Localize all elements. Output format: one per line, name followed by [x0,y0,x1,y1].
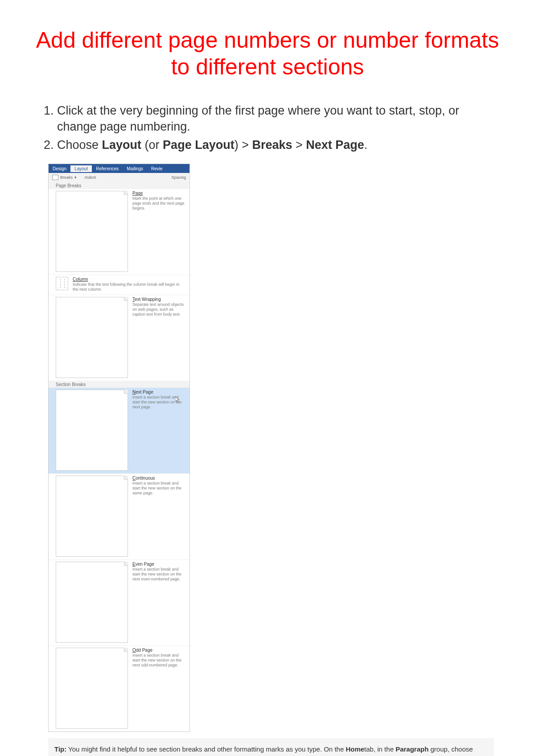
tab-references[interactable]: References [92,165,123,172]
text-wrapping-icon [56,297,128,378]
cursor-icon [175,397,180,403]
column-break-icon [56,277,68,290]
tip-box: Tip: You might find it helpful to see se… [48,738,494,756]
menu-item-column[interactable]: ColumnIndicate that the text following t… [49,275,189,295]
step-2-layout: Layout [102,138,142,152]
tab-design[interactable]: Design [49,165,70,172]
indent-label: Indent [85,175,96,180]
step-2: Choose Layout (or Page Layout) > Breaks … [57,137,499,153]
menu-item-odd-page[interactable]: Odd PageInsert a section break and start… [49,645,189,731]
step-2-pagelayout: Page Layout [163,138,235,152]
breaks-button[interactable]: Breaks ▾ [52,175,77,180]
tab-mailings[interactable]: Mailings [123,165,147,172]
menu-item-continuous[interactable]: ContinuousInsert a section break and sta… [49,473,189,559]
spacing-label: Spacing [171,175,186,180]
continuous-icon [56,476,128,557]
section-section-breaks: Section Breaks [49,381,189,387]
tab-layout[interactable]: Layout [70,165,92,172]
next-page-icon [56,390,128,471]
step-1: Click at the very beginning of the first… [57,103,499,135]
menu-item-next-page[interactable]: Next PageInsert a section break and star… [49,387,189,473]
step-2-text: Choose [57,138,102,152]
step-2-nextpage: Next Page [306,138,364,152]
menu-item-page[interactable]: PageMark the point at which one page end… [49,189,189,275]
step-2-breaks: Breaks [252,138,292,152]
tab-review[interactable]: Revie [147,165,167,172]
page-break-icon [56,191,128,272]
menu-item-text-wrapping[interactable]: Text WrappingSeparate text around object… [49,295,189,381]
odd-page-icon [56,648,128,729]
breaks-menu-screenshot: Design Layout References Mailings Revie … [48,164,190,732]
menu-item-even-page[interactable]: Even PageInsert a section break and star… [49,559,189,645]
tip-label: Tip: [54,745,66,753]
page-title: Add different page numbers or number for… [36,27,499,80]
even-page-icon [56,562,128,643]
section-page-breaks: Page Breaks [49,182,189,189]
